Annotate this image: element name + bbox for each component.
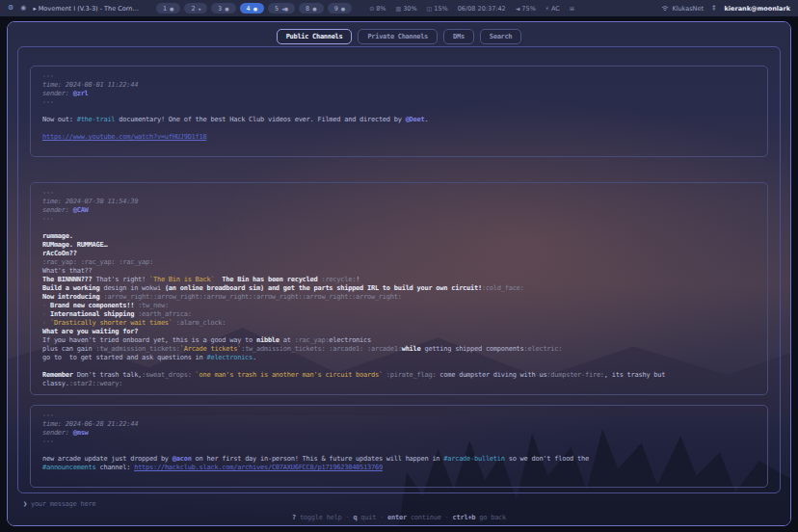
text-span: What's that??: [42, 267, 93, 275]
message-time: time: 2024-06-28 21:22:44: [42, 420, 756, 429]
message-time: time: 2024-08-01 11:22:44: [42, 81, 756, 90]
channel-link[interactable]: #announcements: [42, 464, 96, 471]
network-name: KlukasNet: [672, 5, 704, 13]
emoji-token: :recycle:: [321, 276, 356, 283]
workspace-app-icon: ●: [170, 6, 173, 12]
text-span: so we don't flood the: [505, 455, 589, 463]
tab-dms[interactable]: DMs: [443, 29, 474, 44]
user-mention[interactable]: @msw: [73, 429, 89, 437]
message-line: What's that??: [42, 267, 756, 276]
message-card: ---time: 2024-06-28 21:22:44sender: @msw…: [30, 405, 768, 488]
tab-public-channels[interactable]: Public Channels: [277, 29, 353, 44]
text-span: Now out:: [42, 116, 77, 123]
workspace-number: 3: [218, 5, 222, 13]
hotkey-label: ctrl+b: [453, 514, 476, 521]
window-title: ▸ Movement I (V.3-3) - The Corn…: [33, 5, 139, 13]
bold-text: What are you waiting for?: [42, 328, 138, 335]
bold-text: International shipping: [50, 310, 134, 318]
clock: 06/08 20:37:42: [458, 5, 506, 13]
text-span: on her first day in-person! This & futur…: [192, 455, 444, 463]
network-indicator[interactable]: KlukasNet: [661, 5, 704, 13]
workspace-9[interactable]: 9●: [328, 3, 353, 13]
meta-text: sender:: [42, 206, 73, 214]
workspace-app-icon: ●: [341, 6, 345, 12]
message-line: rummage.: [42, 232, 756, 241]
channel-link[interactable]: #arcade-bulletin: [443, 455, 504, 463]
tab-search[interactable]: Search: [480, 29, 522, 44]
workspace-8[interactable]: 8●: [299, 3, 324, 13]
disk-indicator: ◫15%: [427, 5, 448, 13]
emoji-token: :earth_africa:: [138, 310, 192, 318]
meta-text: ---: [42, 189, 54, 197]
terminal-window: Public ChannelsPrivate ChannelsDMsSearch…: [7, 21, 791, 526]
message-line: [42, 124, 756, 133]
clock-value: 06/08 20:37:42: [458, 5, 506, 13]
emoji-token: :dumpster-fire:: [546, 371, 603, 379]
hotkey-description: go back: [475, 514, 506, 521]
workspace-5[interactable]: 5◂●: [268, 3, 295, 13]
workspace-app-icon: ●: [225, 6, 228, 12]
message-line: If you haven't tried onboard yet, this i…: [42, 336, 756, 345]
message-line: What are you waiting for?: [42, 328, 756, 336]
text-span: classy.: [42, 380, 69, 387]
bold-text: (an online breadboard sim) and get the p…: [165, 284, 482, 292]
tab-private-channels[interactable]: Private Channels: [358, 29, 438, 44]
user-mention[interactable]: @acon: [173, 455, 192, 463]
channel-link[interactable]: #electronics: [206, 354, 253, 361]
message-line: #announcements channel: https://hackclub…: [42, 464, 756, 472]
user-mention[interactable]: @zrl: [73, 90, 89, 97]
settings-gear-icon[interactable]: ⚙: [8, 5, 13, 12]
message-input[interactable]: ❯ your message here: [23, 500, 95, 508]
user-mention[interactable]: @Deet: [406, 116, 425, 123]
idle-inhibitor-icon: ⊞: [570, 5, 574, 12]
os-logo-icon[interactable]: ◉: [20, 5, 26, 12]
idle-inhibitor[interactable]: ⊞: [570, 5, 574, 13]
help-bar: ? toggle help · q quit · enter continue …: [8, 514, 790, 521]
workspace-number: 4: [247, 5, 251, 13]
message-line: Now out: #the-trail documentary! One of …: [42, 116, 756, 124]
bold-text: The BINNNN???: [42, 276, 93, 283]
user-host-label: kierank@moonlark: [725, 5, 790, 13]
message-line: ◦ International shipping :earth_africa:: [42, 310, 756, 319]
wifi-icon: [661, 5, 669, 12]
prompt-icon: ❯: [23, 500, 27, 508]
hotkey-description: quit: [357, 514, 376, 521]
message-card: ---time: 2024-07-30 11:54:39sender: @CAW…: [30, 182, 768, 395]
screen: ⚙ ◉ ▸ Movement I (V.3-3) - The Corn… 1●2…: [0, 0, 798, 532]
user-mention[interactable]: @CAW: [73, 206, 89, 214]
workspace-3[interactable]: 3●: [211, 3, 236, 13]
workspace-1[interactable]: 1●: [156, 3, 181, 13]
message-line: Now introducing :arrow_right::arrow_righ…: [42, 293, 756, 302]
text-span: !: [356, 276, 359, 283]
emoji-token: :electric:: [524, 345, 563, 353]
text-span: , its trashy but: [604, 371, 665, 379]
message-line: plus can gain :tw_admission_tickets:`Arc…: [42, 345, 756, 354]
text-span: go to to get started and ask questions i…: [42, 354, 206, 361]
inline-code: `Arcade tickets`: [180, 345, 241, 353]
help-separator: ·: [376, 514, 387, 521]
text-span: getting shipped components: [421, 345, 524, 353]
meta-text: time: 2024-06-28 21:22:44: [42, 420, 138, 428]
disk-icon: ◫: [427, 5, 433, 12]
workspace-app-icon: ●: [312, 6, 316, 12]
bold-text: Now introducing: [42, 293, 99, 301]
tray-icon[interactable]: ‡: [712, 5, 716, 12]
cpu-indicator: ⊙8%: [369, 5, 386, 13]
message-line: [42, 224, 756, 232]
workspace-2[interactable]: 2◂: [184, 3, 207, 13]
message-card: ---time: 2024-08-01 11:22:44sender: @zrl…: [30, 66, 768, 157]
message-list[interactable]: ---time: 2024-08-01 11:22:44sender: @zrl…: [17, 46, 781, 493]
meta-separator: ---: [42, 215, 756, 224]
url-link[interactable]: https://hackclub.slack.com/archives/C07A…: [134, 464, 383, 471]
message-line: RUMmage. RUMMAGE…: [42, 241, 756, 250]
workspace-4[interactable]: 4●: [240, 3, 265, 13]
channel-link[interactable]: #the-trail: [77, 116, 116, 123]
workspace-number: 5: [275, 5, 279, 13]
bold-text: while: [402, 345, 421, 353]
hotkey-label: enter: [387, 514, 407, 521]
inline-code: `Drastically shorter wait times`: [50, 319, 173, 327]
statusbar-right: KlukasNet ‡ kierank@moonlark: [661, 5, 790, 13]
message-line: [42, 472, 756, 481]
meta-text: time: 2024-07-30 11:54:39: [42, 198, 138, 205]
url-link[interactable]: https://www.youtube.com/watch?v=ufHUJ9D1…: [42, 133, 206, 141]
